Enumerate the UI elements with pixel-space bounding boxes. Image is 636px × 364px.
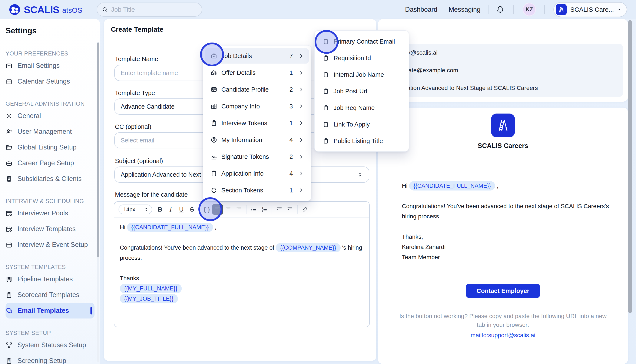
sidebar-item-label: Calendar Settings <box>18 78 70 85</box>
sidebar-item-interviewer-pools[interactable]: Interviewer Pools <box>6 206 95 221</box>
outdent-button[interactable] <box>274 204 284 215</box>
nav-dashboard[interactable]: Dashboard <box>405 6 437 14</box>
submenu-item-label: Primary Contact Email <box>334 38 395 45</box>
menu-item-application-info[interactable]: Application Info4 <box>205 166 309 181</box>
numbered-list-button[interactable]: 12 <box>259 204 270 215</box>
submenu-item-job-post-url[interactable]: Job Post Url <box>314 83 409 100</box>
indent-button[interactable] <box>284 204 295 215</box>
menu-item-my-information[interactable]: My Information4 <box>205 132 309 148</box>
message-line: Karolina Zanardi <box>402 242 615 252</box>
sidebar-item-user-management[interactable]: User Management <box>6 124 95 140</box>
chevron-right-icon <box>298 120 304 126</box>
sidebar-item-global-listing-setup[interactable]: Global Listing Setup <box>6 140 95 155</box>
chevron-right-icon <box>298 70 304 76</box>
svg-text:?: ? <box>8 360 10 363</box>
token-pill-candidate-full-name[interactable]: {{CANDIDATE_FULL_NAME}} <box>127 222 213 232</box>
sidebar-section-your-preferences: YOUR PREFERENCESEmail SettingsCalendar S… <box>6 49 95 89</box>
sidebar-item-subsidiaries-clients[interactable]: Subsidiaries & Clients <box>6 171 95 187</box>
font-size-stepper[interactable]: 14px <box>119 204 152 214</box>
message-line: Congratulations! You've been advanced to… <box>120 242 364 263</box>
menu-item-job-details[interactable]: Job Details7 <box>205 48 309 64</box>
submenu-item-job-req-name[interactable]: Job Req Name <box>314 100 409 116</box>
token-pill-company-name[interactable]: {{COMPANY_NAME}} <box>276 243 341 252</box>
sidebar-scrollbar-thumb[interactable] <box>97 42 99 257</box>
calendar-icon <box>6 78 13 85</box>
sidebar-item-email-templates[interactable]: Email Templates <box>6 303 95 318</box>
sidebar-section-general-administration: GENERAL ADMINISTRATIONGeneralUser Manage… <box>6 100 95 187</box>
menu-item-label: Application Info <box>221 170 289 177</box>
menu-item-interview-tokens[interactable]: ?Interview Tokens1 <box>205 116 309 131</box>
tokens-button[interactable]: { } <box>202 204 212 215</box>
contact-employer-button[interactable]: Contact Employer <box>466 284 540 298</box>
message-line: Team Member <box>402 252 615 262</box>
sidebar-item-label: System Statuses Setup <box>18 341 86 349</box>
sidebar-item-interview-templates[interactable]: Interview Templates <box>6 221 95 237</box>
submenu-item-public-listing-title[interactable]: Public Listing Title <box>314 133 409 149</box>
menu-item-candidate-profile[interactable]: Candidate Profile2 <box>205 82 309 97</box>
message-line <box>120 263 364 273</box>
token-pill-my-job-title[interactable]: {{MY_JOB_TITLE}} <box>120 294 178 304</box>
editor-body[interactable]: Hi {{CANDIDATE_FULL_NAME}} ,Congratulati… <box>114 218 369 308</box>
menu-item-signature-tokens[interactable]: Signature Tokens2 <box>205 149 309 164</box>
caret-down-icon <box>617 7 622 12</box>
sidebar-item-general[interactable]: General <box>6 108 95 124</box>
link-icon <box>301 206 308 212</box>
email-meta-card: noreply@scalis.aicandidate@example.comAp… <box>378 19 628 102</box>
support-mailto-link[interactable]: mailto:support@scalis.ai <box>378 332 628 339</box>
token-pill-my-full-name[interactable]: {{MY_FULL_NAME}} <box>120 284 182 293</box>
submenu-item-internal-job-name[interactable]: Internal Job Name <box>314 66 409 83</box>
company-selector[interactable]: SCALIS Care... <box>553 2 627 17</box>
align-left-button[interactable] <box>212 204 223 215</box>
strikethrough-button[interactable]: S <box>187 204 197 215</box>
sidebar-item-calendar-settings[interactable]: Calendar Settings <box>6 74 95 89</box>
job-title-search[interactable] <box>97 2 202 16</box>
nav-messaging[interactable]: Messaging <box>449 6 481 14</box>
submenu-item-requisition-id[interactable]: Requisition Id <box>314 50 409 66</box>
menu-item-offer-details[interactable]: Offer Details1 <box>205 65 309 80</box>
submenu-item-link-to-apply[interactable]: Link To Apply <box>314 116 409 133</box>
gear-icon <box>6 112 13 120</box>
bold-glyph: B <box>158 206 162 213</box>
sidebar-item-pipeline-templates[interactable]: Pipeline Templates <box>6 271 95 287</box>
menu-item-section-tokens[interactable]: Section Tokens1 <box>205 183 309 198</box>
flow-icon <box>6 342 13 349</box>
menu-item-count: 3 <box>289 103 293 110</box>
sidebar-item-email-settings[interactable]: Email Settings <box>6 58 95 74</box>
user-circle-icon <box>210 136 217 143</box>
menu-item-company-info[interactable]: Company Info3 <box>205 99 309 114</box>
brand[interactable]: SCALIS atsOS <box>9 0 82 19</box>
calendar-icon <box>6 241 13 248</box>
clipboard-icon <box>323 121 329 128</box>
sidebar-item-interview-event-setup[interactable]: Interview & Event Setup <box>6 237 95 252</box>
sidebar-item-system-statuses-setup[interactable]: System Statuses Setup <box>6 337 95 353</box>
chat-double-icon <box>6 307 13 314</box>
sidebar-item-career-page-setup[interactable]: Career Page Setup <box>6 155 95 171</box>
search-input[interactable] <box>111 6 192 13</box>
sidebar-item-screening-setup[interactable]: ?Screening Setup <box>6 353 95 364</box>
menu-item-count: 7 <box>289 52 293 60</box>
list-ol-icon: 12 <box>261 206 267 212</box>
sidebar-item-scorecard-templates[interactable]: Scorecard Templates <box>6 287 95 303</box>
message-line <box>120 232 364 242</box>
message-line: {{MY_FULL_NAME}} <box>120 284 364 294</box>
list-ul-icon <box>250 206 257 212</box>
menu-item-count: 1 <box>289 187 293 194</box>
sidebar-item-label: Interview Templates <box>18 225 76 233</box>
submenu-item-primary-contact-email[interactable]: Primary Contact Email <box>314 33 409 50</box>
ladder-icon <box>558 6 565 13</box>
bold-button[interactable]: B <box>155 204 165 215</box>
company-logo-tile <box>491 114 515 137</box>
align-center-button[interactable] <box>223 204 233 215</box>
calendar-user-icon <box>6 210 13 217</box>
italic-button[interactable]: I <box>165 204 176 215</box>
link-button[interactable] <box>299 204 310 215</box>
sidebar-item-label: Screening Setup <box>18 357 66 364</box>
user-avatar[interactable]: KZ <box>523 3 536 16</box>
page-scrollbar-thumb[interactable] <box>628 20 632 313</box>
toolbar-divider <box>199 205 200 214</box>
underline-button[interactable]: U <box>176 204 187 215</box>
bullet-list-button[interactable] <box>248 204 259 215</box>
notifications-button[interactable] <box>496 5 505 14</box>
company-logo-tile <box>556 4 567 15</box>
align-right-button[interactable] <box>233 204 244 215</box>
